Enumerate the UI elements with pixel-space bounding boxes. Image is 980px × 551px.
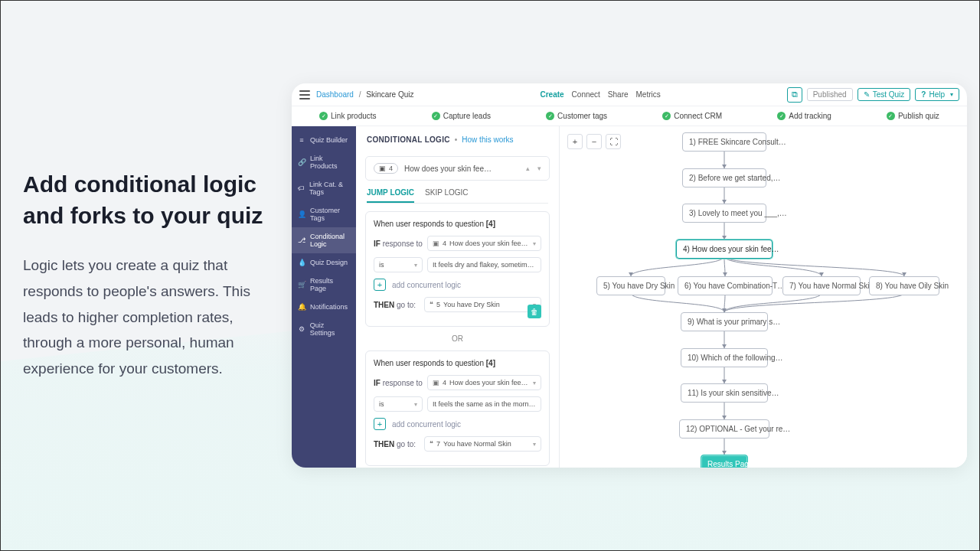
marketing-copy: Add conditional logic and forks to your … bbox=[23, 169, 283, 382]
flow-node[interactable]: 6) You have Combination-T… bbox=[678, 276, 773, 295]
checklist-item[interactable]: Publish quiz bbox=[887, 112, 939, 120]
sidebar-item-label: Quiz Settings bbox=[310, 321, 350, 337]
breadcrumb-root[interactable]: Dashboard bbox=[316, 90, 354, 99]
sidebar-item-label: Customer Tags bbox=[310, 207, 350, 222]
answer-value[interactable]: It feels the same as in the morning, gr… bbox=[427, 396, 541, 412]
flow-canvas[interactable]: + − ⛶ 1) FREE Skincare Consult…2) Before… bbox=[560, 126, 967, 468]
add-concurrent-label: add concurrent logic bbox=[392, 281, 461, 289]
answer-value[interactable]: It feels dry and flakey, sometimes irrit… bbox=[427, 257, 541, 272]
tab-metrics[interactable]: Metrics bbox=[636, 90, 661, 99]
app-window: Dashboard / Skincare Quiz CreateConnectS… bbox=[292, 83, 967, 468]
checklist-item[interactable]: Connect CRM bbox=[662, 112, 722, 120]
sidebar-item-link-products[interactable]: 🔗Link Products bbox=[292, 149, 356, 175]
editor-title: CONDITIONAL LOGIC bbox=[367, 135, 450, 144]
operator-select[interactable]: is bbox=[374, 257, 423, 272]
flow-node[interactable]: 5) You have Dry Skin bbox=[596, 276, 665, 295]
sidebar-item-label: Notifications bbox=[310, 303, 348, 311]
current-question-card[interactable]: 4 How does your skin fee… ▴ ▾ bbox=[365, 156, 550, 181]
sidebar-icon: 🛒 bbox=[298, 281, 305, 289]
sidebar-icon: 💧 bbox=[298, 259, 305, 266]
if-label: IF response to bbox=[374, 379, 423, 387]
add-concurrent-label: add concurrent logic bbox=[392, 420, 461, 429]
how-this-works-link[interactable]: How this works bbox=[462, 135, 513, 144]
flow-node[interactable]: 9) What is your primary s… bbox=[681, 312, 768, 331]
add-concurrent-button[interactable]: + bbox=[374, 418, 386, 430]
rule-card: When user responds to question [4] IF re… bbox=[365, 211, 550, 327]
rule-card: When user responds to question [4] IF re… bbox=[365, 350, 550, 466]
sidebar-item-customer-tags[interactable]: 👤Customer Tags bbox=[292, 201, 356, 227]
check-icon bbox=[777, 112, 786, 120]
flow-node[interactable]: 2) Before we get started,… bbox=[682, 168, 766, 187]
check-icon bbox=[546, 112, 554, 120]
published-pill[interactable]: Published bbox=[807, 88, 853, 101]
flow-node[interactable]: 10) Which of the following… bbox=[681, 348, 768, 367]
picture-icon bbox=[433, 379, 439, 386]
quote-icon bbox=[430, 301, 433, 308]
tab-share[interactable]: Share bbox=[608, 90, 629, 99]
copy-icon-button[interactable]: ⧉ bbox=[787, 87, 802, 103]
picture-icon bbox=[433, 240, 439, 247]
menu-icon[interactable] bbox=[299, 90, 310, 99]
sidebar-icon: 🔔 bbox=[298, 303, 305, 311]
sidebar-item-results-page[interactable]: 🛒Results Page bbox=[292, 272, 356, 298]
edit-icon bbox=[864, 90, 870, 99]
collapse-up-icon[interactable]: ▴ bbox=[526, 165, 530, 172]
picture-icon bbox=[379, 165, 386, 172]
logic-tab-jump-logic[interactable]: JUMP LOGIC bbox=[367, 188, 414, 203]
checklist-item[interactable]: Add tracking bbox=[777, 112, 831, 120]
sidebar-icon: 👤 bbox=[298, 210, 305, 218]
checklist-item[interactable]: Capture leads bbox=[432, 112, 491, 120]
sidebar-item-conditional-logic[interactable]: ⎇Conditional Logic bbox=[292, 227, 356, 253]
flow-node[interactable]: 1) FREE Skincare Consult… bbox=[682, 132, 766, 152]
question-select[interactable]: 4How does your skin fee… bbox=[427, 375, 541, 390]
marketing-heading: Add conditional logic and forks to your … bbox=[23, 169, 283, 231]
breadcrumb: Dashboard / Skincare Quiz bbox=[316, 90, 414, 99]
expand-down-icon[interactable]: ▾ bbox=[537, 165, 541, 172]
setup-checklist: Link productsCapture leadsCustomer tagsC… bbox=[292, 106, 967, 126]
check-icon bbox=[432, 112, 440, 120]
sidebar-icon: ⎇ bbox=[298, 236, 305, 244]
tab-connect[interactable]: Connect bbox=[572, 90, 600, 99]
goto-select[interactable]: 7You have Normal Skin bbox=[424, 436, 541, 452]
check-icon bbox=[662, 112, 671, 120]
sidebar-item-quiz-design[interactable]: 💧Quiz Design bbox=[292, 253, 356, 272]
main-tabs: CreateConnectShareMetrics bbox=[540, 90, 660, 99]
check-icon bbox=[887, 112, 895, 120]
help-icon bbox=[921, 90, 926, 99]
flow-node[interactable]: 12) OPTIONAL - Get your re… bbox=[679, 419, 769, 439]
operator-select[interactable]: is bbox=[374, 396, 423, 412]
sidebar-item-quiz-builder[interactable]: ≡Quiz Builder bbox=[292, 131, 356, 149]
flow-node[interactable]: 7) You have Normal Skin bbox=[782, 276, 861, 295]
sidebar-item-label: Quiz Design bbox=[310, 259, 348, 266]
sidebar-item-label: Quiz Builder bbox=[310, 136, 348, 144]
checklist-item[interactable]: Customer tags bbox=[546, 112, 607, 120]
question-badge: 4 bbox=[374, 163, 398, 174]
flow-node[interactable]: 3) Lovely to meet you ___,… bbox=[682, 204, 766, 223]
question-select[interactable]: 4How does your skin fee… bbox=[427, 236, 541, 251]
or-separator: OR bbox=[356, 334, 559, 343]
sidebar-item-notifications[interactable]: 🔔Notifications bbox=[292, 298, 356, 316]
delete-rule-button[interactable]: 🗑 bbox=[528, 305, 541, 318]
sidebar-item-label: Link Cat. & Tags bbox=[309, 181, 350, 196]
app-header: Dashboard / Skincare Quiz CreateConnectS… bbox=[292, 83, 967, 106]
logic-tab-skip-logic[interactable]: SKIP LOGIC bbox=[425, 188, 469, 203]
sidebar-item-label: Conditional Logic bbox=[310, 233, 350, 248]
sidebar-item-quiz-settings[interactable]: ⚙Quiz Settings bbox=[292, 316, 356, 342]
breadcrumb-current: Skincare Quiz bbox=[366, 90, 413, 99]
marketing-body: Logic lets you create a quiz that respon… bbox=[23, 253, 283, 382]
flow-node[interactable]: 8) You have Oily Skin bbox=[869, 276, 939, 295]
help-button[interactable]: Help bbox=[915, 88, 959, 101]
tab-create[interactable]: Create bbox=[540, 90, 564, 99]
flow-node[interactable]: Results Page 1 bbox=[701, 455, 748, 468]
sidebar-item-link-cat-tags[interactable]: 🏷Link Cat. & Tags bbox=[292, 175, 356, 201]
add-concurrent-button[interactable]: + bbox=[374, 279, 386, 291]
checklist-item[interactable]: Link products bbox=[319, 112, 376, 120]
flow-node[interactable]: 4) How does your skin fee… bbox=[676, 240, 773, 259]
test-quiz-button[interactable]: Test Quiz bbox=[858, 88, 911, 101]
editor-header: CONDITIONAL LOGIC • How this works bbox=[356, 126, 559, 150]
sidebar-icon: ⚙ bbox=[298, 325, 305, 333]
flow-node[interactable]: 11) Is your skin sensitive… bbox=[681, 383, 768, 403]
goto-select[interactable]: 5You have Dry Skin bbox=[424, 297, 541, 312]
then-label: THEN go to: bbox=[374, 301, 420, 309]
quote-icon bbox=[430, 440, 433, 448]
